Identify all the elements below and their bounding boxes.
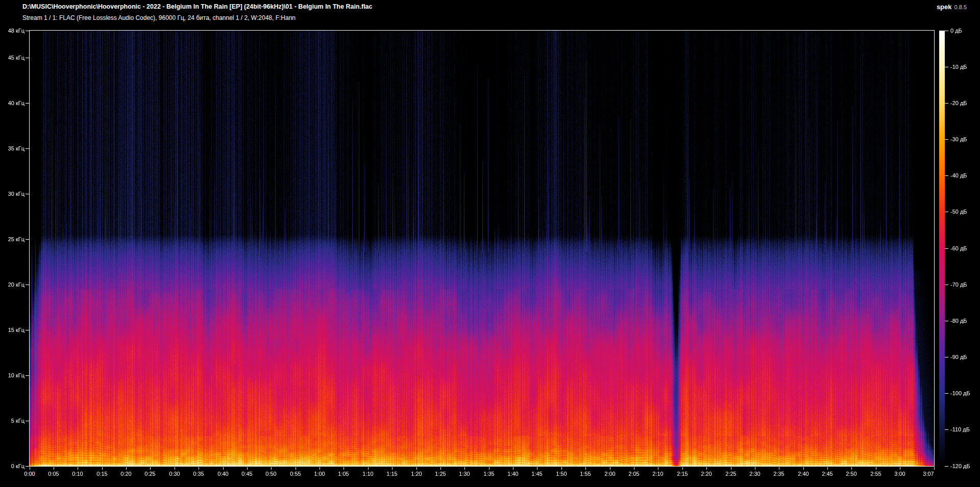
time-tick-label: 0:55 (283, 471, 308, 477)
time-tick (344, 467, 344, 470)
db-tick (945, 175, 948, 176)
freq-tick-label: 20 кГц (0, 281, 24, 288)
freq-tick-label: 0 кГц (0, 463, 24, 469)
file-path: D:\MUSIC\Hooverphonic\Hooverphonic - 202… (22, 3, 373, 10)
db-tick (945, 31, 948, 31)
time-tick (126, 467, 127, 470)
time-tick-label: 1:05 (331, 471, 356, 477)
db-tick (945, 67, 948, 67)
time-tick (150, 467, 151, 470)
freq-tick (26, 58, 29, 58)
freq-tick-label: 25 кГц (0, 236, 24, 242)
time-tick (78, 467, 78, 470)
time-tick (416, 467, 417, 470)
time-tick (876, 467, 876, 470)
db-tick-label: -120 дБ (950, 463, 980, 469)
db-tick-label: -20 дБ (950, 100, 980, 106)
time-tick-label: 1:00 (307, 471, 332, 477)
spek-window: D:\MUSIC\Hooverphonic\Hooverphonic - 202… (0, 0, 980, 487)
time-tick-label: 2:35 (766, 471, 792, 477)
time-tick-label: 2:20 (694, 471, 719, 477)
time-tick (223, 467, 224, 470)
db-tick-label: -40 дБ (950, 172, 980, 178)
db-tick (945, 466, 948, 467)
time-tick (247, 467, 248, 470)
time-tick-label: 0:30 (162, 471, 187, 477)
db-tick (945, 285, 948, 285)
time-tick (489, 467, 489, 470)
time-tick (199, 467, 199, 470)
freq-tick (26, 148, 29, 149)
time-tick-label: 1:15 (379, 471, 405, 477)
freq-tick-label: 40 кГц (0, 100, 24, 106)
db-tick-label: 0 дБ (950, 28, 980, 34)
freq-tick (26, 194, 29, 194)
db-tick-label: -90 дБ (950, 354, 980, 360)
app-brand: spek0.8.5 (937, 3, 967, 11)
time-tick-label: 3:07 (916, 471, 941, 477)
time-tick (513, 467, 513, 470)
time-tick-label: 1:50 (549, 471, 574, 477)
time-tick-label: 2:25 (718, 471, 744, 477)
time-tick (851, 467, 852, 470)
db-tick (945, 357, 948, 357)
time-tick-label: 2:00 (597, 471, 623, 477)
freq-tick-label: 45 кГц (0, 55, 24, 61)
time-tick-label: 2:50 (839, 471, 864, 477)
freq-tick-label: 48 кГц (0, 28, 24, 34)
time-tick (392, 467, 393, 470)
stream-info: Stream 1 / 1: FLAC (Free Lossless Audio … (22, 14, 296, 21)
time-tick-label: 1:40 (500, 471, 526, 477)
time-tick (440, 467, 441, 470)
freq-tick-label: 10 кГц (0, 372, 24, 378)
time-tick (731, 467, 731, 470)
time-tick (464, 467, 465, 470)
time-tick (271, 467, 272, 470)
freq-tick-label: 30 кГц (0, 191, 24, 197)
time-tick-label: 0:25 (137, 471, 163, 477)
db-tick (945, 248, 948, 249)
time-tick (803, 467, 804, 470)
time-tick (320, 467, 320, 470)
time-tick-label: 1:35 (476, 471, 502, 477)
time-tick-label: 0:00 (17, 471, 42, 477)
time-tick-label: 2:40 (791, 471, 816, 477)
db-tick-label: -10 дБ (950, 64, 980, 70)
time-tick-label: 2:45 (815, 471, 840, 477)
db-tick-label: -60 дБ (950, 245, 980, 251)
time-tick-label: 1:45 (524, 471, 550, 477)
time-tick (561, 467, 562, 470)
time-tick (175, 467, 175, 470)
db-tick-label: -30 дБ (950, 136, 980, 142)
time-tick (634, 467, 634, 470)
time-tick-label: 0:45 (234, 471, 260, 477)
time-tick (585, 467, 586, 470)
time-tick (779, 467, 779, 470)
time-tick-label: 0:05 (41, 471, 66, 477)
db-tick (945, 393, 948, 394)
db-tick-label: -50 дБ (950, 209, 980, 215)
freq-tick (26, 421, 29, 421)
freq-tick (26, 466, 29, 467)
time-tick-label: 2:30 (742, 471, 768, 477)
db-tick (945, 103, 948, 104)
time-tick (682, 467, 683, 470)
db-colorbar-canvas (939, 31, 945, 466)
freq-tick (26, 31, 29, 31)
db-tick-label: -80 дБ (950, 318, 980, 324)
time-tick-label: 2:55 (863, 471, 889, 477)
db-tick-label: -100 дБ (950, 390, 980, 396)
db-tick-label: -110 дБ (950, 426, 980, 432)
freq-tick (26, 103, 29, 104)
time-tick (706, 467, 707, 470)
time-tick-label: 1:25 (428, 471, 453, 477)
freq-tick-label: 5 кГц (0, 418, 24, 424)
freq-tick-label: 15 кГц (0, 327, 24, 333)
time-tick (54, 467, 54, 470)
db-tick (945, 321, 948, 321)
app-version: 0.8.5 (954, 4, 967, 10)
time-tick-label: 2:05 (621, 471, 647, 477)
freq-tick (26, 285, 29, 285)
time-tick (102, 467, 103, 470)
time-tick-label: 0:15 (89, 471, 115, 477)
